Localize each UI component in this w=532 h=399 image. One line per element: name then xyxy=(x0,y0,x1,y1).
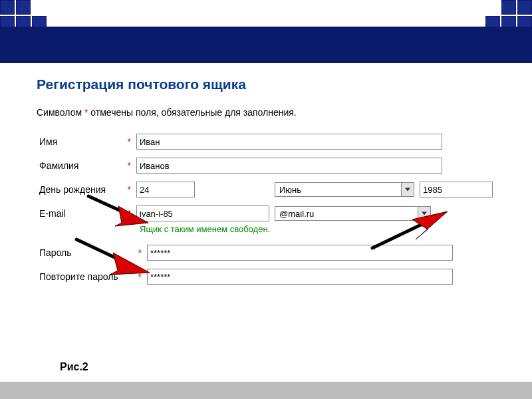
password2-input[interactable] xyxy=(147,269,453,285)
note-text-before: Символом xyxy=(37,107,84,118)
asterisk-icon: * xyxy=(128,184,131,195)
asterisk-icon: * xyxy=(138,247,142,258)
asterisk-icon: * xyxy=(128,208,131,219)
required-note: Символом * отмечены поля, обязательные д… xyxy=(37,107,495,118)
asterisk-icon: * xyxy=(128,136,131,147)
asterisk-icon: * xyxy=(128,160,131,171)
dob-month-value: Июнь xyxy=(275,183,305,196)
email-domain-value: @mail.ru xyxy=(275,207,318,220)
asterisk-icon: * xyxy=(138,271,142,282)
surname-label: Фамилия xyxy=(37,154,120,178)
chevron-down-icon xyxy=(401,183,414,196)
dob-day-input[interactable] xyxy=(136,182,195,198)
row-password: Пароль * xyxy=(37,241,456,265)
chevron-down-icon xyxy=(418,207,430,220)
email-user-input[interactable] xyxy=(136,205,269,221)
row-email: E-mail * @mail.ru xyxy=(37,201,495,225)
dob-month-select[interactable]: Июнь xyxy=(275,182,414,197)
password-label: Пароль xyxy=(37,241,128,265)
row-surname: Фамилия * xyxy=(37,154,495,178)
row-dob: День рождения * Июнь xyxy=(37,178,495,201)
note-text-after: отмечены поля, обязательные для заполнен… xyxy=(88,107,296,118)
row-password2: Повторите пароль * xyxy=(37,265,456,289)
row-name: Имя * xyxy=(37,130,495,154)
password2-label: Повторите пароль xyxy=(37,265,128,289)
name-label: Имя xyxy=(37,130,120,154)
name-input[interactable] xyxy=(136,134,442,150)
page-title: Регистрация почтового ящика xyxy=(37,76,495,92)
email-domain-select[interactable]: @mail.ru xyxy=(275,206,431,221)
dob-label: День рождения xyxy=(37,178,120,201)
surname-input[interactable] xyxy=(136,158,442,174)
footer-bar xyxy=(0,382,532,399)
figure-caption: Рис.2 xyxy=(60,361,88,373)
email-available-hint: Ящик с таким именем свободен. xyxy=(37,224,495,234)
email-label: E-mail xyxy=(37,201,120,225)
dob-year-input[interactable] xyxy=(420,182,493,198)
password-input[interactable] xyxy=(147,245,453,261)
header-banner xyxy=(0,27,532,63)
